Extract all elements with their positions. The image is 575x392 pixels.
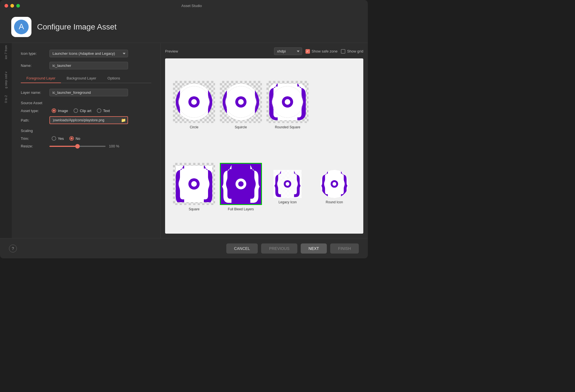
svg-point-16 <box>285 99 290 105</box>
trim-no-option[interactable]: No <box>69 136 80 141</box>
maximize-button[interactable] <box>16 4 20 8</box>
trim-row: Trim: Yes No <box>21 136 151 141</box>
trim-label: Trim: <box>21 136 46 141</box>
svg-point-22 <box>191 181 197 187</box>
header: A Configure Image Asset <box>0 11 368 43</box>
preview-square: Square <box>173 163 215 211</box>
next-button[interactable]: NEXT <box>301 243 327 254</box>
preview-legacy: Legacy Icon <box>273 170 302 204</box>
minimize-button[interactable] <box>10 4 14 8</box>
svg-point-28 <box>286 182 289 186</box>
finish-button[interactable]: FINISH <box>330 243 359 254</box>
asset-type-clipart-option[interactable]: Clip art <box>74 108 91 113</box>
footer-left: ? <box>9 245 17 252</box>
cancel-button[interactable]: CANCEL <box>226 243 258 254</box>
path-input[interactable] <box>49 116 128 124</box>
text-label: Text <box>103 109 110 113</box>
footer-right: CANCEL PREVIOUS NEXT FINISH <box>226 243 359 254</box>
show-grid-label[interactable]: Show grid <box>341 49 363 54</box>
show-safe-zone-label[interactable]: Show safe zone <box>305 49 338 54</box>
legacy-label: Legacy Icon <box>279 200 297 204</box>
show-grid-checkbox[interactable] <box>341 49 345 54</box>
source-asset-section: Source Asset Asset type: Image Clip art … <box>21 101 151 124</box>
footer: ? CANCEL PREVIOUS NEXT FINISH <box>0 238 368 258</box>
name-row: Name: <box>21 62 151 69</box>
full-bleed-icon-container <box>220 163 262 205</box>
resize-value: 100 % <box>109 144 119 148</box>
image-radio[interactable] <box>52 108 56 113</box>
titlebar: Asset Studio <box>0 0 368 11</box>
round-icon-label: Round Icon <box>326 200 343 204</box>
svg-text:A: A <box>19 22 24 31</box>
name-label: Name: <box>21 63 46 68</box>
asset-type-label: Asset type: <box>21 109 46 113</box>
tab-foreground[interactable]: Foreground Layer <box>21 74 61 83</box>
icon-type-label: Icon type: <box>21 51 46 56</box>
trim-no-radio[interactable] <box>69 136 74 141</box>
clipart-label: Clip art <box>80 109 91 113</box>
resize-slider[interactable] <box>49 146 106 147</box>
folder-icon[interactable]: 📁 <box>121 118 126 122</box>
traffic-lights <box>4 4 20 8</box>
svg-point-6 <box>191 99 197 105</box>
square-icon-container <box>173 163 215 205</box>
preview-label: Preview <box>165 49 178 53</box>
squircle-label: Squircle <box>235 125 247 129</box>
sidebar-step: g step <box>4 80 8 88</box>
show-safe-zone-text: Show safe zone <box>312 49 338 53</box>
sidebar-ced: ced v <box>4 72 8 79</box>
scaling-section: Scaling Trim: Yes No Resize: 100 % <box>21 129 151 148</box>
layer-name-input[interactable] <box>49 89 128 96</box>
previous-button[interactable]: PREVIOUS <box>261 243 297 254</box>
trim-no-label: No <box>76 136 80 141</box>
layer-name-row: Layer name: <box>21 89 151 96</box>
asset-type-text-option[interactable]: Text <box>97 108 110 113</box>
legacy-icon-container <box>273 170 302 198</box>
svg-point-31 <box>332 182 336 186</box>
app-icon: A <box>11 17 31 37</box>
preview-full-bleed: Full Bleed Layers <box>220 163 262 211</box>
icon-type-row: Icon type: Launcher Icons (Adaptive and … <box>21 50 151 57</box>
trim-yes-label: Yes <box>58 136 64 141</box>
sidebar-from: from <box>4 45 8 51</box>
path-label: Path: <box>21 118 46 122</box>
asset-type-image-option[interactable]: Image <box>52 108 68 113</box>
name-input[interactable] <box>49 62 128 69</box>
squircle-icon-container <box>220 81 262 123</box>
show-grid-text: Show grid <box>347 49 363 53</box>
sidebar-ion: ion 7 <box>4 53 8 59</box>
preview-circle: Circle <box>173 81 215 129</box>
left-sidebar: from ion 7 ced v g step 0 to 2 <box>0 43 12 238</box>
help-button[interactable]: ? <box>9 245 17 252</box>
path-input-wrap: 📁 <box>49 116 128 124</box>
icon-type-select[interactable]: Launcher Icons (Adaptive and Legacy) Not… <box>49 50 128 57</box>
rounded-square-icon-container <box>266 81 309 123</box>
trim-yes-radio[interactable] <box>52 136 56 141</box>
full-bleed-label: Full Bleed Layers <box>228 207 254 211</box>
scaling-label: Scaling <box>21 129 151 133</box>
circle-label: Circle <box>190 125 198 129</box>
square-label: Square <box>189 207 200 211</box>
clipart-radio[interactable] <box>74 108 78 113</box>
svg-point-10 <box>238 99 244 105</box>
tab-options[interactable]: Options <box>102 74 126 83</box>
sidebar-range: 0 to 2 <box>4 95 8 103</box>
trim-yes-option[interactable]: Yes <box>52 136 64 141</box>
layer-tabs: Foreground Layer Background Layer Option… <box>21 74 151 83</box>
source-asset-label: Source Asset <box>21 101 151 105</box>
resize-row: Resize: 100 % <box>21 144 151 148</box>
window-title: Asset Studio <box>20 4 363 8</box>
path-row: Path: 📁 <box>21 116 151 124</box>
tab-background[interactable]: Background Layer <box>61 74 102 83</box>
preview-rounded-square: Rounded Square <box>266 81 309 129</box>
text-radio[interactable] <box>97 108 101 113</box>
image-label: Image <box>58 109 68 113</box>
show-safe-zone-checkbox[interactable] <box>305 49 310 54</box>
right-panel: Preview xhdpi mdpi hdpi xxhdpi xxxhdpi S… <box>161 43 368 238</box>
asset-type-row: Asset type: Image Clip art Text <box>21 108 151 113</box>
layer-name-label: Layer name: <box>21 90 46 95</box>
page-title: Configure Image Asset <box>37 22 117 31</box>
left-panel: Icon type: Launcher Icons (Adaptive and … <box>12 43 161 238</box>
density-select[interactable]: xhdpi mdpi hdpi xxhdpi xxxhdpi <box>274 47 302 55</box>
close-button[interactable] <box>4 4 8 8</box>
